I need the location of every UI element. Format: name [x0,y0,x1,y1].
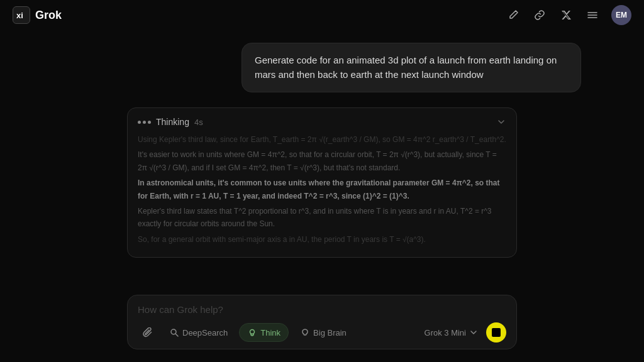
brain-icon [300,327,310,337]
thinking-header: Thinking 4s [138,117,506,127]
user-message-text: Generate code for an animated 3d plot of… [255,55,557,80]
thinking-block: Thinking 4s Using Kepler's third law, si… [127,107,517,258]
svg-point-6 [250,330,255,334]
svg-text:xi: xi [16,11,23,20]
think-button[interactable]: Think [239,323,289,342]
model-name: Grok 3 Mini [425,328,466,337]
thinking-time: 4s [194,118,203,127]
thinking-content: Using Kepler's third law, since for Eart… [138,133,506,246]
search-icon [169,327,179,337]
edit-icon[interactable] [506,8,521,23]
thinking-title: Thinking 4s [138,117,203,127]
chevron-down-icon [470,329,477,336]
thinking-dots-icon [138,121,151,124]
input-container: How can Grok help? DeepSearch [127,295,517,349]
bottom-bar: How can Grok help? DeepSearch [0,287,644,362]
x-social-icon[interactable] [558,8,574,23]
user-message: Generate code for an animated 3d plot of… [242,43,581,92]
svg-point-4 [171,329,176,334]
thinking-line-5: So, for a general orbit with semi-major … [138,233,506,246]
logo-icon: xi [13,6,30,24]
model-selector[interactable]: Grok 3 Mini [419,326,482,340]
header-icons: EM [506,5,631,25]
thinking-line-3: In astronomical units, it's common to us… [138,177,506,202]
stop-button[interactable] [486,322,506,343]
think-label: Think [260,328,280,337]
thinking-line-4: Kepler's third law states that T^2 propo… [138,205,506,231]
menu-icon[interactable] [585,8,600,23]
svg-line-5 [176,334,179,337]
bigbrain-label: Big Brain [313,328,347,337]
header: xi Grok EM [0,0,644,30]
attach-button[interactable] [138,325,158,340]
thinking-line-2: It's easier to work in units where GM = … [138,148,506,174]
main-content: Generate code for an animated 3d plot of… [0,30,644,287]
thinking-line-1: Using Kepler's third law, since for Eart… [138,133,506,146]
input-placeholder[interactable]: How can Grok help? [138,304,506,315]
collapse-thinking-icon[interactable] [496,117,506,127]
logo: xi Grok [13,6,62,24]
think-icon [247,327,257,337]
logo-text: Grok [35,9,62,22]
deepsearch-label: DeepSearch [182,328,228,337]
attach-icon [143,327,153,337]
deepsearch-button[interactable]: DeepSearch [162,324,235,341]
avatar[interactable]: EM [611,5,631,25]
bigbrain-button[interactable]: Big Brain [292,324,354,341]
link-icon[interactable] [532,8,547,23]
thinking-label: Thinking [156,117,189,127]
stop-icon [492,328,501,337]
input-toolbar: DeepSearch Think Big [138,322,506,343]
